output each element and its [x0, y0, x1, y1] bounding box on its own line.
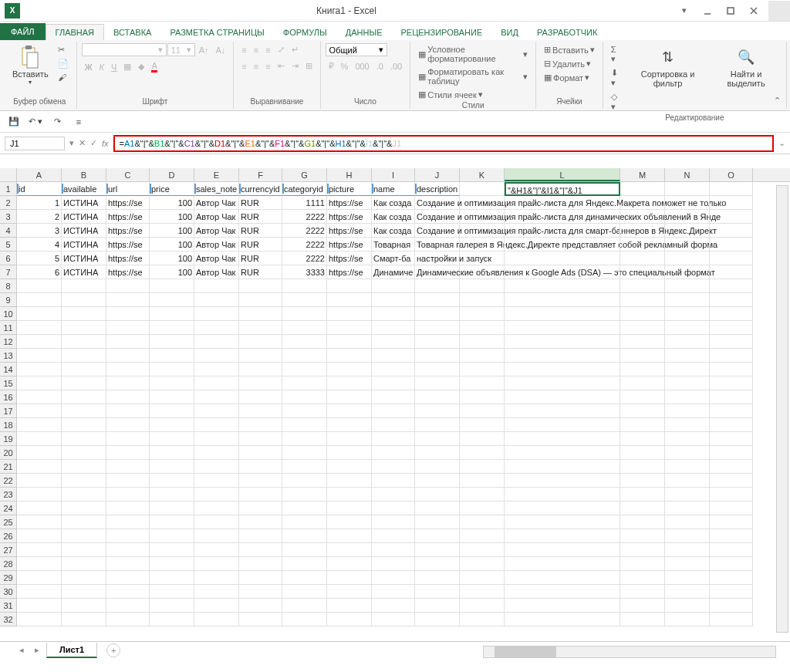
cell[interactable]: picture [327, 182, 372, 196]
cell[interactable]: https://se [327, 252, 372, 265]
cell[interactable] [62, 307, 106, 321]
cell[interactable] [415, 474, 460, 488]
cell[interactable] [327, 349, 372, 363]
cell[interactable] [62, 557, 106, 571]
cell[interactable] [327, 390, 372, 404]
formula-input[interactable]: =A1&"|"&B1&"|"&C1&"|"&D1&"|"&E1&"|"&F1&"… [113, 135, 774, 152]
cell[interactable] [150, 377, 194, 390]
cell[interactable] [17, 460, 62, 474]
row-header[interactable]: 1 [0, 182, 17, 196]
cell[interactable] [710, 390, 753, 404]
ribbon-options-icon[interactable]: ▾ [673, 1, 696, 21]
cell[interactable] [460, 252, 505, 265]
cell[interactable] [505, 265, 620, 279]
cell[interactable] [620, 515, 665, 529]
row-header[interactable]: 22 [0, 474, 17, 488]
cell[interactable] [106, 390, 150, 404]
cell[interactable] [282, 307, 327, 321]
cell[interactable] [460, 418, 505, 432]
cell[interactable] [106, 335, 150, 349]
cell[interactable] [194, 418, 239, 432]
row-header[interactable]: 25 [0, 515, 17, 529]
cell[interactable] [710, 474, 753, 488]
cell[interactable] [327, 446, 372, 460]
cell[interactable] [665, 196, 710, 210]
cell[interactable] [150, 557, 194, 571]
cell[interactable] [327, 279, 372, 293]
font-color-button[interactable]: А [148, 59, 160, 74]
cell[interactable] [710, 224, 753, 238]
cell[interactable] [239, 321, 282, 335]
cell[interactable]: RUR [239, 238, 282, 252]
tab-data[interactable]: ДАННЫЕ [336, 25, 392, 40]
cell[interactable] [106, 543, 150, 557]
cell[interactable] [505, 349, 620, 363]
cell[interactable] [710, 293, 753, 307]
cell[interactable] [665, 377, 710, 390]
cell[interactable] [710, 488, 753, 501]
fill-color-button[interactable]: ◆ [135, 60, 147, 73]
cell[interactable] [106, 404, 150, 418]
cell[interactable] [327, 585, 372, 599]
cell[interactable] [150, 349, 194, 363]
cell[interactable]: RUR [239, 210, 282, 224]
cell[interactable] [282, 390, 327, 404]
column-header[interactable]: N [665, 168, 710, 181]
cell[interactable] [710, 404, 753, 418]
cell[interactable] [106, 446, 150, 460]
cell[interactable] [665, 460, 710, 474]
cell[interactable]: Автор Чак [194, 238, 239, 252]
cell[interactable] [460, 585, 505, 599]
cell[interactable] [282, 599, 327, 613]
cell[interactable] [415, 460, 460, 474]
cell[interactable] [194, 543, 239, 557]
cell[interactable] [194, 432, 239, 446]
cell[interactable] [150, 307, 194, 321]
cell[interactable]: Товарная галерея в Яндекс.Директе предст… [415, 238, 460, 252]
cell[interactable] [620, 460, 665, 474]
cell[interactable] [665, 293, 710, 307]
cell[interactable] [710, 501, 753, 515]
cell[interactable] [620, 599, 665, 613]
cell[interactable] [17, 501, 62, 515]
enter-formula-icon[interactable]: ✓ [90, 138, 97, 148]
cell[interactable] [710, 571, 753, 585]
cell[interactable] [460, 224, 505, 238]
cell[interactable] [150, 515, 194, 529]
cell[interactable] [150, 474, 194, 488]
cell[interactable] [282, 460, 327, 474]
cell[interactable] [327, 307, 372, 321]
cell[interactable]: 1111 [282, 196, 327, 210]
decrease-decimal-icon[interactable]: .00 [387, 60, 405, 73]
cell[interactable] [106, 529, 150, 543]
cell[interactable] [710, 210, 753, 224]
cell[interactable] [460, 460, 505, 474]
font-size-combo[interactable]: 11▾ [167, 43, 195, 56]
cell[interactable] [106, 293, 150, 307]
tab-review[interactable]: РЕЦЕНЗИРОВАНИЕ [391, 25, 491, 40]
cell[interactable] [505, 210, 620, 224]
cell[interactable] [282, 501, 327, 515]
cell[interactable] [17, 293, 62, 307]
tab-view[interactable]: ВИД [491, 25, 528, 40]
cell[interactable] [620, 363, 665, 377]
column-header[interactable]: L [505, 168, 620, 181]
format-as-table-button[interactable]: ▦ Форматировать как таблицу ▾ [415, 66, 531, 87]
cell[interactable]: sales_note [194, 182, 239, 196]
cell[interactable] [17, 557, 62, 571]
cell[interactable] [372, 279, 415, 293]
cell[interactable] [327, 529, 372, 543]
column-header[interactable]: H [327, 168, 372, 181]
cell[interactable]: https://se [327, 238, 372, 252]
cell[interactable]: Динамиче [372, 265, 415, 279]
account-avatar[interactable] [768, 1, 790, 21]
cell[interactable] [372, 335, 415, 349]
row-header[interactable]: 31 [0, 599, 17, 613]
cell[interactable] [327, 488, 372, 501]
cell[interactable] [710, 238, 753, 252]
cell[interactable] [327, 501, 372, 515]
cell[interactable]: Создание и оптимизация прайс-листа для д… [415, 210, 460, 224]
tab-home[interactable]: ГЛАВНАЯ [46, 24, 104, 40]
cell[interactable] [62, 474, 106, 488]
cell[interactable] [150, 488, 194, 501]
